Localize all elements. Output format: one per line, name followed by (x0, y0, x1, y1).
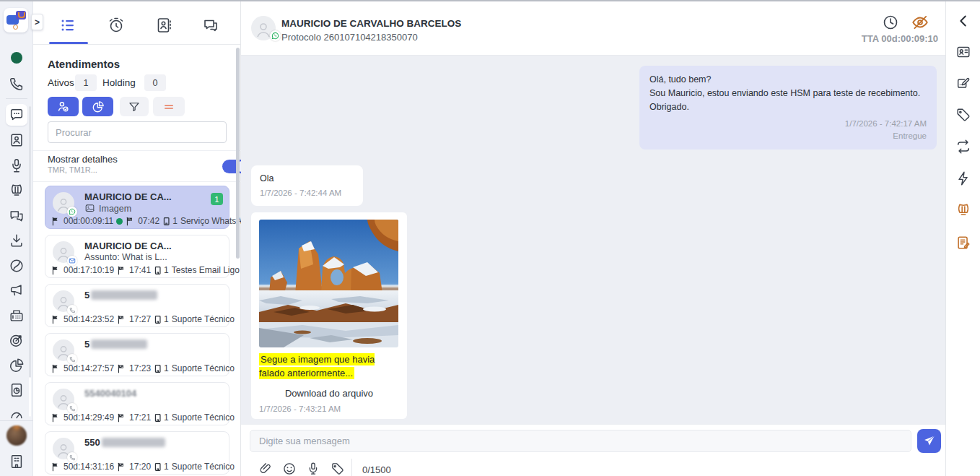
app-root: > Atendimentos Ativos 1 Holding 0 Mostra… (0, 0, 980, 476)
filter-my-chats-button[interactable] (48, 97, 79, 116)
collapse-chevron-icon[interactable] (955, 13, 971, 29)
chat-icon-active[interactable] (6, 104, 27, 126)
holding-count: 0 (144, 74, 166, 91)
chats-icon[interactable] (9, 208, 25, 224)
microphone-icon[interactable] (306, 462, 320, 476)
app-logo[interactable] (4, 8, 28, 33)
report-doc-icon[interactable] (9, 382, 25, 398)
message-status: Entregue (649, 130, 927, 142)
rail-scrollbar-thumb[interactable] (29, 377, 31, 417)
atendimentos-panel: Atendimentos Ativos 1 Holding 0 Mostrar … (33, 1, 241, 476)
podcast-mic-icon[interactable] (9, 157, 25, 173)
list-scrollbar-thumb[interactable] (236, 48, 240, 259)
tab-conversations-icon[interactable] (202, 17, 219, 34)
download-icon[interactable] (9, 233, 25, 248)
company-building-icon[interactable] (9, 454, 25, 469)
ativos-count: 1 (75, 74, 97, 91)
message-input[interactable] (250, 430, 911, 452)
message-timestamp: 1/7/2026 - 7:43:21 AM (259, 404, 399, 413)
emoji-icon[interactable] (282, 462, 297, 476)
goal-target-icon[interactable] (9, 332, 25, 348)
phone-channel-icon (67, 354, 77, 364)
gauge-icon[interactable] (9, 405, 25, 421)
item-name: 5 (84, 339, 147, 350)
divider (351, 459, 352, 476)
tags-icon[interactable] (955, 107, 971, 123)
sort-equals-button[interactable] (153, 97, 185, 116)
message-timestamp: 1/7/2026 - 7:42:17 AM (649, 118, 927, 130)
user-avatar[interactable] (6, 425, 27, 446)
whatsapp-channel-icon (67, 207, 77, 217)
chat-header: MAURICIO DE CARVALHO BARCELOS Protocolo … (241, 1, 945, 56)
contact-card-icon[interactable] (9, 132, 25, 148)
message-inbound-image[interactable]: Segue a imagem que havia falado anterior… (251, 212, 407, 419)
hidden-eye-icon[interactable] (911, 13, 929, 32)
item-subtitle-text: Imagem (99, 204, 131, 214)
tab-alarm-icon[interactable] (108, 17, 125, 34)
divider (6, 98, 27, 99)
send-button[interactable] (917, 429, 941, 453)
item-name: 5 (84, 290, 157, 300)
item-meta: 00d:17:10:19 17:41 1 Testes Email Ligo H… (51, 265, 255, 275)
ativos-label: Ativos (48, 77, 74, 88)
filter-funnel-button[interactable] (120, 97, 149, 116)
message-image[interactable] (259, 220, 398, 347)
harp-icon[interactable] (9, 183, 25, 199)
divider (0, 420, 33, 421)
message-inbound-text[interactable]: Ola 1/7/2026 - 7:42:44 AM (251, 165, 363, 206)
item-name: MAURICIO DE CA... (84, 191, 172, 202)
phone-channel-icon (67, 305, 77, 315)
megaphone-icon[interactable] (9, 282, 25, 298)
panel-tabbar (33, 1, 240, 45)
holding-label: Holding (102, 77, 136, 88)
transfer-icon[interactable] (955, 139, 971, 155)
left-rail (0, 1, 33, 476)
notes-icon-orange[interactable] (955, 235, 971, 251)
logo-harp-icon (16, 11, 26, 20)
browser-globe-icon[interactable] (9, 258, 25, 274)
pie-chart-icon[interactable] (9, 358, 25, 373)
contact-details-icon[interactable] (955, 44, 971, 60)
message-line: Sou Mauricio, estou enviando este HSM pa… (649, 87, 927, 100)
attachment-icon[interactable] (258, 462, 273, 476)
image-caption: Segue a imagem que havia falado anterior… (259, 353, 399, 381)
messages-area[interactable]: Olá, tudo bem? Sou Mauricio, estou envia… (241, 56, 945, 424)
list-item-mauricio-whatsapp[interactable]: MAURICIO DE CA... Imagem 1 00d:00:09:11 … (45, 186, 229, 229)
dashboard-pie-button[interactable] (82, 97, 113, 116)
item-name: 550 (84, 437, 165, 448)
download-file-link[interactable]: Download do arquivo (259, 388, 399, 399)
chat-list: MAURICIO DE CA... Imagem 1 00d:00:09:11 … (45, 186, 231, 476)
tab-contacts-icon[interactable] (155, 17, 172, 34)
protocol-text: Protocolo 260107104218350070 (281, 32, 418, 43)
status-online-dot[interactable] (11, 52, 22, 64)
list-item-phone-4[interactable]: 550 50d:14:31:16 17:20 1 Suporte Técnico (45, 431, 229, 475)
chat-panel: MAURICIO DE CARVALHO BARCELOS Protocolo … (241, 1, 945, 476)
list-item-mauricio-email[interactable]: MAURICIO DE CA... Assunto: What is L... … (45, 235, 229, 278)
list-item-phone-1[interactable]: 5 50d:14:23:52 17:27 1 Suporte Técnico (45, 284, 229, 327)
message-outbound[interactable]: Olá, tudo bem? Sou Mauricio, estou envia… (639, 66, 937, 150)
tag-icon[interactable] (331, 462, 345, 476)
message-text: Ola (260, 172, 341, 186)
phone-icon[interactable] (9, 76, 25, 92)
search-input[interactable] (48, 121, 227, 143)
email-channel-icon (67, 256, 77, 266)
rail-scrollbar-track[interactable] (29, 106, 31, 417)
message-line: Olá, tudo bem? (649, 73, 927, 87)
list-item-phone-2[interactable]: 5 50d:14:27:57 17:23 1 Suporte Técnico (45, 333, 229, 376)
quick-actions-bolt-icon[interactable] (955, 170, 971, 186)
unread-badge: 1 (211, 193, 223, 205)
clock-icon[interactable] (882, 14, 899, 31)
item-name: 5540040104 (84, 388, 136, 399)
harp-icon-orange[interactable] (955, 202, 971, 218)
item-subtitle-text: Assunto: What is L... (84, 252, 167, 262)
fax-icon[interactable] (9, 308, 25, 324)
expand-panel-button[interactable]: > (31, 14, 43, 30)
show-details-sub: TMR, TM1R... (48, 165, 97, 174)
list-item-phone-3[interactable]: 5540040104 50d:14:29:49 17:21 1 Suporte … (45, 382, 229, 425)
tab-atendimentos-icon[interactable] (59, 17, 76, 34)
message-line: Obrigado. (649, 100, 927, 114)
active-tab-underline (49, 42, 88, 44)
edit-signature-icon[interactable] (955, 76, 971, 92)
item-name: MAURICIO DE CA... (84, 241, 172, 251)
item-meta: 50d:14:29:49 17:21 1 Suporte Técnico (51, 412, 235, 423)
